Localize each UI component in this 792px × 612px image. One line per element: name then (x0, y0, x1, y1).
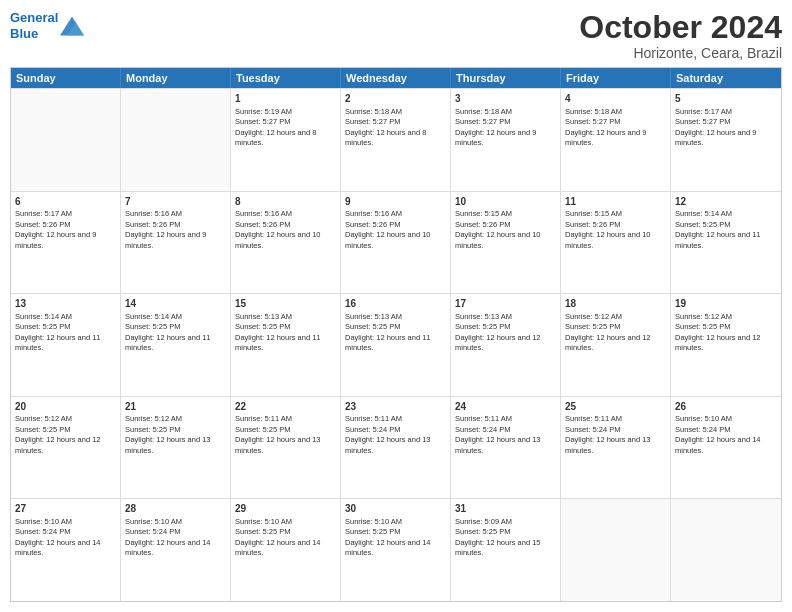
calendar-cell: 20Sunrise: 5:12 AMSunset: 5:25 PMDayligh… (11, 397, 121, 499)
day-info: Sunrise: 5:11 AMSunset: 5:25 PMDaylight:… (235, 414, 336, 456)
day-number: 24 (455, 400, 556, 414)
day-info: Sunrise: 5:18 AMSunset: 5:27 PMDaylight:… (565, 107, 666, 149)
calendar-cell: 9Sunrise: 5:16 AMSunset: 5:26 PMDaylight… (341, 192, 451, 294)
week-row-2: 6Sunrise: 5:17 AMSunset: 5:26 PMDaylight… (11, 191, 781, 294)
logo-icon (60, 16, 84, 36)
day-of-week-saturday: Saturday (671, 68, 781, 88)
day-info: Sunrise: 5:15 AMSunset: 5:26 PMDaylight:… (565, 209, 666, 251)
calendar-cell (671, 499, 781, 601)
day-number: 27 (15, 502, 116, 516)
day-info: Sunrise: 5:14 AMSunset: 5:25 PMDaylight:… (15, 312, 116, 354)
day-info: Sunrise: 5:14 AMSunset: 5:25 PMDaylight:… (125, 312, 226, 354)
day-number: 14 (125, 297, 226, 311)
day-number: 26 (675, 400, 777, 414)
day-of-week-wednesday: Wednesday (341, 68, 451, 88)
calendar: SundayMondayTuesdayWednesdayThursdayFrid… (10, 67, 782, 602)
day-number: 23 (345, 400, 446, 414)
calendar-body: 1Sunrise: 5:19 AMSunset: 5:27 PMDaylight… (11, 88, 781, 601)
day-info: Sunrise: 5:09 AMSunset: 5:25 PMDaylight:… (455, 517, 556, 559)
day-info: Sunrise: 5:10 AMSunset: 5:24 PMDaylight:… (675, 414, 777, 456)
calendar-cell: 16Sunrise: 5:13 AMSunset: 5:25 PMDayligh… (341, 294, 451, 396)
day-of-week-friday: Friday (561, 68, 671, 88)
day-of-week-tuesday: Tuesday (231, 68, 341, 88)
day-info: Sunrise: 5:13 AMSunset: 5:25 PMDaylight:… (235, 312, 336, 354)
day-info: Sunrise: 5:17 AMSunset: 5:26 PMDaylight:… (15, 209, 116, 251)
page: General Blue October 2024 Horizonte, Cea… (0, 0, 792, 612)
header: General Blue October 2024 Horizonte, Cea… (10, 10, 782, 61)
day-number: 21 (125, 400, 226, 414)
day-info: Sunrise: 5:16 AMSunset: 5:26 PMDaylight:… (345, 209, 446, 251)
day-info: Sunrise: 5:10 AMSunset: 5:24 PMDaylight:… (125, 517, 226, 559)
day-number: 18 (565, 297, 666, 311)
week-row-4: 20Sunrise: 5:12 AMSunset: 5:25 PMDayligh… (11, 396, 781, 499)
day-number: 4 (565, 92, 666, 106)
calendar-cell: 8Sunrise: 5:16 AMSunset: 5:26 PMDaylight… (231, 192, 341, 294)
calendar-cell: 6Sunrise: 5:17 AMSunset: 5:26 PMDaylight… (11, 192, 121, 294)
calendar-cell: 14Sunrise: 5:14 AMSunset: 5:25 PMDayligh… (121, 294, 231, 396)
day-number: 1 (235, 92, 336, 106)
day-number: 30 (345, 502, 446, 516)
calendar-cell: 11Sunrise: 5:15 AMSunset: 5:26 PMDayligh… (561, 192, 671, 294)
calendar-cell: 18Sunrise: 5:12 AMSunset: 5:25 PMDayligh… (561, 294, 671, 396)
calendar-cell: 12Sunrise: 5:14 AMSunset: 5:25 PMDayligh… (671, 192, 781, 294)
day-number: 22 (235, 400, 336, 414)
day-info: Sunrise: 5:12 AMSunset: 5:25 PMDaylight:… (675, 312, 777, 354)
day-of-week-sunday: Sunday (11, 68, 121, 88)
day-info: Sunrise: 5:12 AMSunset: 5:25 PMDaylight:… (125, 414, 226, 456)
day-info: Sunrise: 5:13 AMSunset: 5:25 PMDaylight:… (345, 312, 446, 354)
day-info: Sunrise: 5:12 AMSunset: 5:25 PMDaylight:… (565, 312, 666, 354)
day-info: Sunrise: 5:10 AMSunset: 5:25 PMDaylight:… (345, 517, 446, 559)
day-info: Sunrise: 5:11 AMSunset: 5:24 PMDaylight:… (345, 414, 446, 456)
calendar-cell: 22Sunrise: 5:11 AMSunset: 5:25 PMDayligh… (231, 397, 341, 499)
calendar-cell: 27Sunrise: 5:10 AMSunset: 5:24 PMDayligh… (11, 499, 121, 601)
calendar-cell: 3Sunrise: 5:18 AMSunset: 5:27 PMDaylight… (451, 89, 561, 191)
calendar-cell: 26Sunrise: 5:10 AMSunset: 5:24 PMDayligh… (671, 397, 781, 499)
calendar-cell: 5Sunrise: 5:17 AMSunset: 5:27 PMDaylight… (671, 89, 781, 191)
day-number: 13 (15, 297, 116, 311)
day-of-week-monday: Monday (121, 68, 231, 88)
day-number: 20 (15, 400, 116, 414)
calendar-cell: 23Sunrise: 5:11 AMSunset: 5:24 PMDayligh… (341, 397, 451, 499)
day-info: Sunrise: 5:16 AMSunset: 5:26 PMDaylight:… (235, 209, 336, 251)
month-title: October 2024 (579, 10, 782, 45)
calendar-cell: 17Sunrise: 5:13 AMSunset: 5:25 PMDayligh… (451, 294, 561, 396)
day-number: 15 (235, 297, 336, 311)
day-info: Sunrise: 5:15 AMSunset: 5:26 PMDaylight:… (455, 209, 556, 251)
subtitle: Horizonte, Ceara, Brazil (579, 45, 782, 61)
day-info: Sunrise: 5:10 AMSunset: 5:24 PMDaylight:… (15, 517, 116, 559)
day-info: Sunrise: 5:11 AMSunset: 5:24 PMDaylight:… (455, 414, 556, 456)
day-number: 6 (15, 195, 116, 209)
week-row-3: 13Sunrise: 5:14 AMSunset: 5:25 PMDayligh… (11, 293, 781, 396)
day-info: Sunrise: 5:10 AMSunset: 5:25 PMDaylight:… (235, 517, 336, 559)
calendar-cell: 2Sunrise: 5:18 AMSunset: 5:27 PMDaylight… (341, 89, 451, 191)
calendar-cell: 19Sunrise: 5:12 AMSunset: 5:25 PMDayligh… (671, 294, 781, 396)
day-number: 5 (675, 92, 777, 106)
calendar-cell (11, 89, 121, 191)
day-number: 29 (235, 502, 336, 516)
title-block: October 2024 Horizonte, Ceara, Brazil (579, 10, 782, 61)
day-number: 8 (235, 195, 336, 209)
day-number: 16 (345, 297, 446, 311)
day-number: 11 (565, 195, 666, 209)
day-number: 10 (455, 195, 556, 209)
day-number: 12 (675, 195, 777, 209)
logo-text2: Blue (10, 26, 58, 42)
day-number: 19 (675, 297, 777, 311)
week-row-5: 27Sunrise: 5:10 AMSunset: 5:24 PMDayligh… (11, 498, 781, 601)
day-info: Sunrise: 5:11 AMSunset: 5:24 PMDaylight:… (565, 414, 666, 456)
calendar-cell: 13Sunrise: 5:14 AMSunset: 5:25 PMDayligh… (11, 294, 121, 396)
day-number: 9 (345, 195, 446, 209)
day-number: 3 (455, 92, 556, 106)
day-info: Sunrise: 5:19 AMSunset: 5:27 PMDaylight:… (235, 107, 336, 149)
calendar-cell (121, 89, 231, 191)
calendar-cell: 4Sunrise: 5:18 AMSunset: 5:27 PMDaylight… (561, 89, 671, 191)
calendar-cell: 1Sunrise: 5:19 AMSunset: 5:27 PMDaylight… (231, 89, 341, 191)
day-info: Sunrise: 5:18 AMSunset: 5:27 PMDaylight:… (455, 107, 556, 149)
calendar-cell: 25Sunrise: 5:11 AMSunset: 5:24 PMDayligh… (561, 397, 671, 499)
calendar-cell: 15Sunrise: 5:13 AMSunset: 5:25 PMDayligh… (231, 294, 341, 396)
week-row-1: 1Sunrise: 5:19 AMSunset: 5:27 PMDaylight… (11, 88, 781, 191)
day-info: Sunrise: 5:18 AMSunset: 5:27 PMDaylight:… (345, 107, 446, 149)
day-info: Sunrise: 5:13 AMSunset: 5:25 PMDaylight:… (455, 312, 556, 354)
calendar-cell: 31Sunrise: 5:09 AMSunset: 5:25 PMDayligh… (451, 499, 561, 601)
calendar-header: SundayMondayTuesdayWednesdayThursdayFrid… (11, 68, 781, 88)
